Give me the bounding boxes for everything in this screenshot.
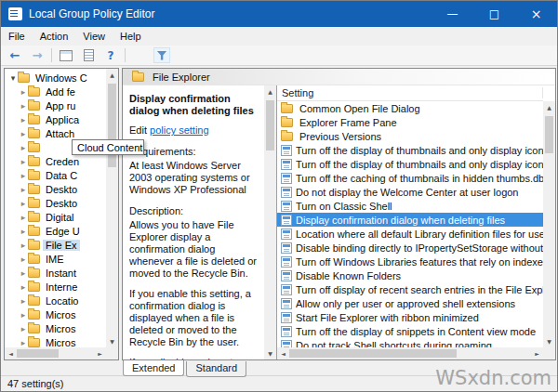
scroll-left-icon[interactable] — [5, 347, 17, 359]
tree-item[interactable]: ▸Data C — [6, 168, 106, 182]
setting-label: Do not track Shell shortcuts during roam… — [296, 340, 492, 348]
setting-row[interactable]: Do not display the Welcome Center at use… — [277, 185, 543, 199]
tree-item[interactable]: ▸Micros — [6, 307, 106, 321]
tree-item[interactable]: ▸Applica — [6, 112, 106, 126]
tree-item[interactable]: ▾Windows C — [6, 71, 106, 85]
tab-extended[interactable]: Extended — [123, 360, 184, 376]
setting-column-header[interactable]: Setting — [277, 85, 543, 101]
tree-hscroll-thumb[interactable] — [17, 349, 59, 358]
list-hscroll-thumb[interactable] — [289, 349, 457, 358]
description-paragraph: Allows you to have File Explorer display… — [129, 219, 259, 280]
list-horizontal-scrollbar[interactable] — [277, 347, 543, 359]
setting-row[interactable]: Disable Known Folders — [277, 268, 543, 282]
tree-item[interactable]: ▸Attach — [6, 126, 106, 140]
policy-icon — [281, 256, 292, 268]
description-vertical-scrollbar[interactable] — [264, 85, 276, 359]
titlebar[interactable]: Local Group Policy Editor —□× — [1, 1, 557, 27]
expand-icon[interactable]: ▸ — [19, 241, 28, 250]
maximize-button[interactable]: □ — [473, 1, 515, 27]
expand-icon[interactable]: ▸ — [19, 129, 28, 138]
setting-row[interactable]: Turn off the caching of thumbnails in hi… — [277, 171, 543, 185]
setting-row[interactable]: Common Open File Dialog — [277, 101, 543, 115]
description-vscroll-thumb[interactable] — [266, 100, 274, 150]
expand-icon[interactable]: ▸ — [19, 213, 28, 222]
expand-icon[interactable]: ▸ — [19, 296, 28, 306]
tree-item[interactable]: ▸Locatio — [6, 294, 106, 307]
setting-row[interactable]: Do not track Shell shortcuts during roam… — [277, 338, 543, 347]
tree-item[interactable]: ▸Deskto — [6, 196, 106, 210]
expand-icon[interactable]: ▸ — [19, 87, 28, 97]
tree-item[interactable]: ▸Add fe — [6, 85, 106, 98]
tree-item[interactable]: ▸IME — [6, 252, 106, 266]
tree-item[interactable]: ▸Micros — [6, 335, 106, 347]
scroll-down-icon[interactable] — [264, 347, 276, 359]
menu-help[interactable]: Help — [113, 29, 149, 44]
minimize-button[interactable]: — — [432, 1, 473, 27]
expand-icon[interactable]: ▸ — [19, 268, 28, 278]
expand-icon[interactable]: ▸ — [19, 185, 28, 194]
tree-item[interactable]: ▸Instant — [6, 266, 106, 280]
expand-icon[interactable]: ▸ — [19, 101, 28, 111]
forward-icon[interactable] — [29, 47, 46, 63]
setting-row[interactable]: Turn off Windows Libraries features that… — [277, 255, 543, 268]
setting-row[interactable]: Explorer Frame Pane — [277, 115, 543, 129]
setting-label: Disable Known Folders — [296, 270, 401, 281]
console-tree-icon[interactable] — [58, 47, 74, 63]
scroll-right-icon[interactable] — [94, 347, 106, 359]
expand-icon[interactable]: ▸ — [19, 310, 28, 320]
help-icon[interactable] — [102, 47, 119, 63]
tree-item[interactable]: ▸Digital — [6, 210, 106, 224]
scroll-up-icon[interactable] — [543, 101, 555, 113]
close-button[interactable]: × — [515, 1, 557, 27]
setting-row[interactable]: Display confirmation dialog when deletin… — [277, 213, 543, 227]
setting-row[interactable]: Turn on Classic Shell — [277, 199, 543, 213]
tree-item-label: Deskto — [43, 198, 80, 209]
setting-row[interactable]: Previous Versions — [277, 129, 543, 143]
expand-icon[interactable]: ▸ — [19, 282, 28, 292]
folder-icon — [28, 227, 40, 236]
expand-icon[interactable]: ▸ — [19, 199, 28, 208]
expand-icon[interactable]: ▸ — [19, 157, 28, 166]
tree-item[interactable]: ▸Interne — [6, 280, 106, 294]
scroll-up-icon[interactable] — [106, 69, 118, 81]
setting-row[interactable]: Allow only per user or approved shell ex… — [277, 296, 543, 310]
scroll-down-icon[interactable] — [543, 335, 555, 347]
scroll-down-icon[interactable] — [106, 335, 118, 347]
setting-row[interactable]: Turn off display of recent search entrie… — [277, 282, 543, 296]
setting-row[interactable]: Disable binding directly to IPropertySet… — [277, 241, 543, 255]
collapse-icon[interactable]: ▾ — [8, 73, 18, 83]
setting-row[interactable]: Turn off the display of snippets in Cont… — [277, 324, 543, 338]
expand-icon[interactable]: ▸ — [19, 227, 28, 236]
tree-vertical-scrollbar[interactable] — [106, 69, 118, 347]
setting-row[interactable]: Location where all default Library defin… — [277, 227, 543, 241]
tree-item[interactable]: ▸Creden — [6, 154, 106, 168]
tree-horizontal-scrollbar[interactable] — [5, 347, 106, 359]
tab-standard[interactable]: Standard — [186, 361, 246, 377]
list-vscroll-thumb[interactable] — [545, 116, 553, 153]
scroll-right-icon[interactable] — [531, 347, 543, 359]
scroll-left-icon[interactable] — [277, 347, 289, 359]
filter-icon[interactable] — [153, 47, 170, 63]
expand-icon[interactable]: ▸ — [19, 255, 28, 264]
edit-policy-setting-link[interactable]: policy setting — [150, 124, 209, 136]
back-icon[interactable] — [7, 47, 23, 63]
menu-view[interactable]: View — [75, 29, 113, 44]
setting-row[interactable]: Turn off the display of thumbnails and o… — [277, 143, 543, 157]
export-list-icon[interactable] — [80, 47, 97, 63]
expand-icon[interactable]: ▸ — [19, 324, 28, 333]
tree-item[interactable]: ▸Micros — [6, 321, 106, 335]
menu-file[interactable]: File — [1, 29, 33, 44]
expand-icon[interactable]: ▸ — [19, 143, 28, 152]
scroll-up-icon[interactable] — [264, 85, 276, 98]
setting-row[interactable]: Turn off the display of thumbnails and o… — [277, 157, 543, 171]
tree-item[interactable]: ▸File Ex — [6, 238, 106, 252]
expand-icon[interactable]: ▸ — [19, 115, 28, 124]
tree-item[interactable]: ▸Deskto — [6, 182, 106, 196]
expand-icon[interactable]: ▸ — [19, 171, 28, 180]
list-vertical-scrollbar[interactable] — [543, 101, 555, 347]
menu-action[interactable]: Action — [33, 29, 76, 44]
setting-row[interactable]: Start File Explorer with ribbon minimize… — [277, 310, 543, 324]
tree-item[interactable]: ▸App ru — [6, 98, 106, 112]
expand-icon[interactable]: ▸ — [19, 338, 28, 347]
tree-item[interactable]: ▸Edge U — [6, 224, 106, 238]
